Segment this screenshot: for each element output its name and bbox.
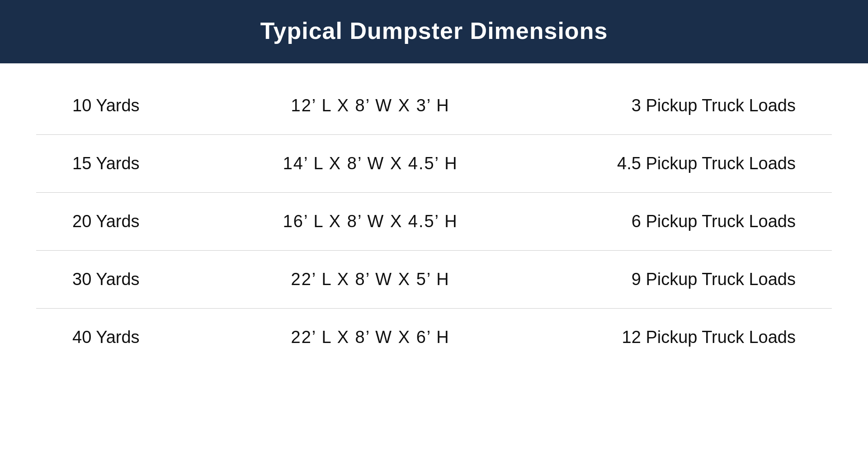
dumpster-size: 20 Yards bbox=[36, 193, 211, 251]
dimensions-table: 10 Yards12’ L X 8’ W X 3’ H3 Pickup Truc… bbox=[36, 77, 832, 366]
table-row: 30 Yards22’ L X 8’ W X 5’ H9 Pickup Truc… bbox=[36, 251, 832, 309]
page-title: Typical Dumpster Dimensions bbox=[9, 17, 859, 44]
dumpster-dimensions: 22’ L X 8’ W X 6’ H bbox=[211, 309, 529, 367]
truck-loads: 6 Pickup Truck Loads bbox=[529, 193, 832, 251]
dumpster-size: 15 Yards bbox=[36, 135, 211, 193]
truck-loads: 9 Pickup Truck Loads bbox=[529, 251, 832, 309]
truck-loads: 12 Pickup Truck Loads bbox=[529, 309, 832, 367]
dumpster-size: 40 Yards bbox=[36, 309, 211, 367]
dumpster-size: 10 Yards bbox=[36, 77, 211, 135]
table-row: 20 Yards16’ L X 8’ W X 4.5’ H6 Pickup Tr… bbox=[36, 193, 832, 251]
dumpster-dimensions: 22’ L X 8’ W X 5’ H bbox=[211, 251, 529, 309]
table-row: 15 Yards14’ L X 8’ W X 4.5’ H4.5 Pickup … bbox=[36, 135, 832, 193]
truck-loads: 3 Pickup Truck Loads bbox=[529, 77, 832, 135]
dumpster-dimensions: 14’ L X 8’ W X 4.5’ H bbox=[211, 135, 529, 193]
dumpster-dimensions: 12’ L X 8’ W X 3’ H bbox=[211, 77, 529, 135]
table-row: 10 Yards12’ L X 8’ W X 3’ H3 Pickup Truc… bbox=[36, 77, 832, 135]
dumpster-size: 30 Yards bbox=[36, 251, 211, 309]
table-container: 10 Yards12’ L X 8’ W X 3’ H3 Pickup Truc… bbox=[0, 63, 868, 462]
truck-loads: 4.5 Pickup Truck Loads bbox=[529, 135, 832, 193]
dumpster-dimensions: 16’ L X 8’ W X 4.5’ H bbox=[211, 193, 529, 251]
page-header: Typical Dumpster Dimensions bbox=[0, 0, 868, 63]
table-row: 40 Yards22’ L X 8’ W X 6’ H12 Pickup Tru… bbox=[36, 309, 832, 367]
